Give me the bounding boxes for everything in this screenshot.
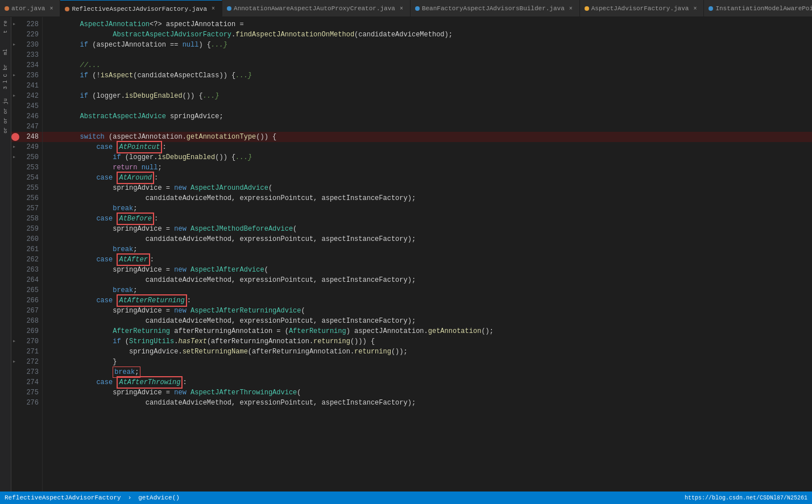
fold-236[interactable]: ▸ — [13, 70, 16, 81]
line-num-255: 255 — [11, 183, 42, 193]
case-atafterreturning-box: AtAfterReturning — [117, 294, 187, 307]
line-num-236: ▸236 — [11, 70, 42, 81]
main-container: re t ml br C 3 l ju or or or ▸228 229 ▸2… — [0, 17, 812, 491]
code-line-274: case AtAfterThrowing: — [43, 377, 812, 388]
status-class: ReflectiveAspectJAdvisorFactory — [5, 494, 121, 501]
line-num-230: ▸230 — [11, 40, 42, 50]
line-num-274: 274 — [11, 377, 42, 388]
fold-272[interactable]: ▸ — [13, 357, 16, 367]
gutter-ju: ju — [3, 97, 9, 106]
line-num-263: 263 — [11, 265, 42, 275]
code-line-269: AfterReturning afterReturningAnnotation … — [43, 326, 812, 336]
tab-beanfactory[interactable]: BeanFactoryAspectJAdvisorsBuilder.java × — [411, 0, 580, 17]
line-num-229: 229 — [11, 30, 42, 40]
breakpoint-248[interactable] — [11, 133, 19, 141]
code-line-271: springAdvice.setReturningName(afterRetur… — [43, 347, 812, 357]
line-num-253: 253 — [11, 163, 42, 173]
line-num-257: 257 — [11, 203, 42, 214]
line-num-246: 246 — [11, 111, 42, 122]
line-num-261: 261 — [11, 244, 42, 255]
gutter-re: re — [3, 19, 9, 28]
line-num-250: ▸250 — [11, 152, 42, 163]
fold-270[interactable]: ▸ — [13, 336, 16, 347]
case-ataround-box: AtAround — [117, 172, 154, 184]
tab-aspectj[interactable]: AspectJAdvisorFactory.java × — [580, 0, 705, 17]
code-line-266: case AtAfterReturning: — [43, 295, 812, 306]
code-line-234: //... — [43, 60, 812, 70]
tab-label-ator: ator.java — [11, 5, 45, 12]
status-separator: › — [128, 494, 132, 501]
status-right: https://blog.csdn.net/CSDNl87/N25261 — [685, 495, 807, 501]
line-num-228: ▸228 — [11, 19, 42, 30]
code-line-262: case AtAfter: — [43, 255, 812, 265]
tab-label-beanfactory: BeanFactoryAspectJAdvisorsBuilder.java — [422, 5, 565, 12]
fold-242[interactable]: ▸ — [13, 91, 16, 101]
tab-close-aspectj[interactable]: × — [691, 5, 699, 13]
tab-close-ator[interactable]: × — [47, 5, 55, 13]
code-line-272: } — [43, 357, 812, 367]
fold-230[interactable]: ▸ — [13, 40, 16, 50]
line-num-265: 265 — [11, 285, 42, 295]
tab-icon-annotation — [227, 6, 231, 11]
case-atbefore-box: AtBefore — [117, 213, 154, 225]
line-num-266: 266 — [11, 295, 42, 306]
fold-228[interactable]: ▸ — [13, 19, 16, 30]
line-num-268: 268 — [11, 316, 42, 326]
tab-reflective[interactable]: ReflectiveAspectJAdvisorFactory.java × — [60, 0, 222, 17]
gutter-3: 3 l — [3, 79, 9, 90]
tab-instantiation[interactable]: InstantiationModelAwarePointcutAdvisorIm… — [704, 0, 812, 17]
gutter-or2: or — [3, 116, 9, 125]
tab-bar: ator.java × ReflectiveAspectJAdvisorFact… — [0, 0, 812, 17]
code-line-242: if (logger.isDebugEnabled()) {...} — [43, 91, 812, 101]
fold-250[interactable]: ▸ — [13, 152, 16, 163]
code-line-249: case AtPointcut: — [43, 142, 812, 152]
line-num-275: 275 — [11, 388, 42, 398]
tab-ator[interactable]: ator.java × — [0, 0, 60, 17]
code-line-270: if (StringUtils.hasText(afterReturningAn… — [43, 336, 812, 347]
tab-close-beanfactory[interactable]: × — [567, 5, 575, 13]
status-url: https://blog.csdn.net/CSDNl87/N25261 — [685, 495, 807, 501]
line-num-270: ▸270 — [11, 336, 42, 347]
line-num-245: 245 — [11, 101, 42, 111]
tab-annotation[interactable]: AnnotationAwareAspectJAutoProxyCreator.j… — [222, 0, 411, 17]
tab-icon-reflective — [65, 7, 69, 11]
code-line-264: candidateAdviceMethod, expressionPointcu… — [43, 275, 812, 285]
line-num-241: 241 — [11, 81, 42, 91]
tab-label-reflective: ReflectiveAspectJAdvisorFactory.java — [72, 6, 207, 13]
line-num-276: 276 — [11, 398, 42, 408]
code-line-268: candidateAdviceMethod, expressionPointcu… — [43, 316, 812, 326]
status-bar: ReflectiveAspectJAdvisorFactory › getAdv… — [0, 491, 812, 504]
tab-label-aspectj: AspectJAdvisorFactory.java — [591, 5, 689, 12]
tab-close-annotation[interactable]: × — [397, 5, 405, 13]
line-num-242: ▸242 — [11, 91, 42, 101]
code-line-255: springAdvice = new AspectJAroundAdvice( — [43, 183, 812, 193]
code-line-233 — [43, 50, 812, 60]
left-gutter: re t ml br C 3 l ju or or or — [0, 17, 11, 491]
code-area[interactable]: AspectJAnnotation<?> aspectJAnnotation =… — [43, 17, 812, 491]
code-line-254: case AtAround: — [43, 173, 812, 183]
gutter-t: t — [3, 29, 9, 34]
line-num-249: ▸249 — [11, 142, 42, 152]
line-num-254: 254 — [11, 173, 42, 183]
line-numbers: ▸228 229 ▸230 233 234 ▸236 241 ▸242 245 … — [11, 17, 43, 491]
tab-close-reflective[interactable]: × — [209, 5, 217, 13]
line-num-258: 258 — [11, 214, 42, 224]
line-num-260: 260 — [11, 234, 42, 244]
status-method: getAdvice() — [138, 494, 180, 501]
code-line-267: springAdvice = new AspectJAfterReturning… — [43, 306, 812, 316]
line-num-267: 267 — [11, 306, 42, 316]
line-num-264: 264 — [11, 275, 42, 285]
gutter-br: br — [3, 63, 9, 72]
code-line-275: springAdvice = new AspectJAfterThrowingA… — [43, 388, 812, 398]
line-num-272: ▸272 — [11, 357, 42, 367]
gutter-ml: ml — [3, 48, 9, 56]
code-line-245 — [43, 101, 812, 111]
line-num-248: 248 — [11, 132, 42, 142]
line-num-273: 273 — [11, 367, 42, 377]
fold-249[interactable]: ▸ — [13, 142, 16, 152]
tab-icon-ator — [5, 6, 9, 11]
tab-icon-instantiation — [709, 6, 713, 11]
code-line-261: break; — [43, 244, 812, 255]
tab-icon-beanfactory — [415, 6, 420, 11]
code-line-236: if (!isAspect(candidateAspectClass)) {..… — [43, 70, 812, 81]
